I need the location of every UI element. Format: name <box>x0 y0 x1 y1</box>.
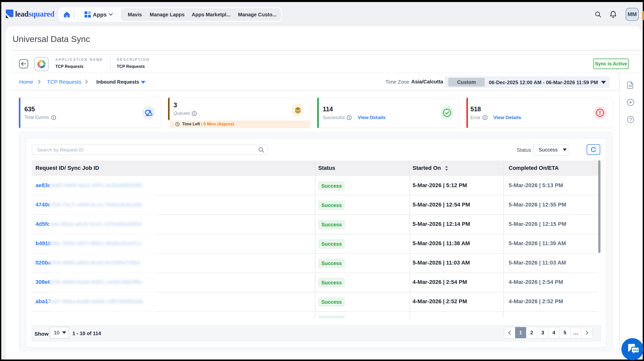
svg-text:?: ? <box>629 117 632 122</box>
